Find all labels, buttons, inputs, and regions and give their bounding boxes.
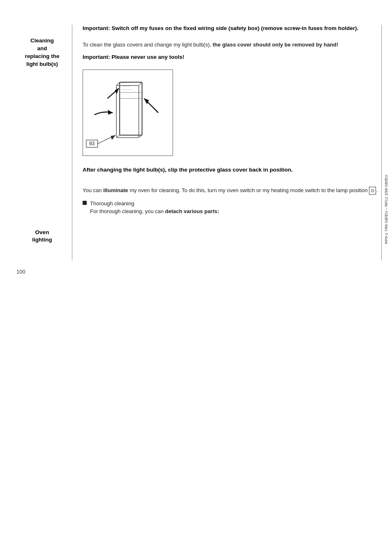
page-number: 100 (16, 269, 25, 275)
bullet-square-icon (83, 201, 87, 205)
cleaning-section: Important: Switch off my fuses on the fi… (83, 25, 380, 174)
sidebar-oven-section: Oven lighting (16, 229, 68, 244)
indented-cleaning-text: For thorough cleaning, you can detach va… (90, 207, 380, 216)
indented-text-bold: detach various parts: (165, 208, 219, 214)
cleaning-body-text-before: To clean the glass covers and change my … (83, 42, 213, 48)
thorough-cleaning-bullet: Thorough cleaning (83, 200, 380, 208)
oven-body-end: . (376, 187, 378, 193)
after-change-text: After changing the light bulb(s), clip t… (83, 166, 380, 174)
svg-text:83: 83 (89, 141, 95, 147)
figure-box: 83 (83, 70, 173, 156)
cleaning-body-text: To clean the glass covers and change my … (83, 41, 380, 49)
right-margin-area: RP9-1 7/89 GB/EU – RP11 2/89 GB/EU (380, 25, 392, 260)
oven-body-illuminate: illuminate (103, 187, 128, 193)
oven-body-middle: my oven for cleaning. To do this, turn m… (128, 187, 369, 193)
main-content: Important: Switch off my fuses on the fi… (72, 25, 392, 260)
oven-section: You can illuminate my oven for cleaning.… (83, 186, 380, 216)
cleaning-body-text-bold: the glass cover should only be removed b… (213, 42, 339, 48)
lamp-icon: ⊙ (369, 187, 376, 195)
important-text-1: Important: Switch off my fuses on the fi… (83, 25, 380, 33)
figure-svg: 83 (83, 70, 173, 156)
left-sidebar: Cleaning and replacing the light bulb(s)… (0, 25, 72, 260)
indented-text-before: For thorough cleaning, you can (90, 208, 165, 214)
sidebar-cleaning-section: Cleaning and replacing the light bulb(s) (16, 37, 68, 68)
page: Cleaning and replacing the light bulb(s)… (0, 0, 392, 555)
thorough-cleaning-label: Thorough cleaning (90, 200, 134, 208)
figure-container: 83 (83, 70, 380, 156)
sidebar-cleaning-title: Cleaning and replacing the light bulb(s) (16, 37, 68, 68)
important-text-2: Important: Please never use any tools! (83, 53, 380, 61)
sidebar-oven-title: Oven lighting (16, 229, 68, 244)
oven-body-before: You can (83, 187, 103, 193)
margin-text-line1: RP9-1 7/89 GB/EU – RP11 2/89 GB/EU (384, 175, 388, 244)
oven-body-text: You can illuminate my oven for cleaning.… (83, 186, 380, 195)
